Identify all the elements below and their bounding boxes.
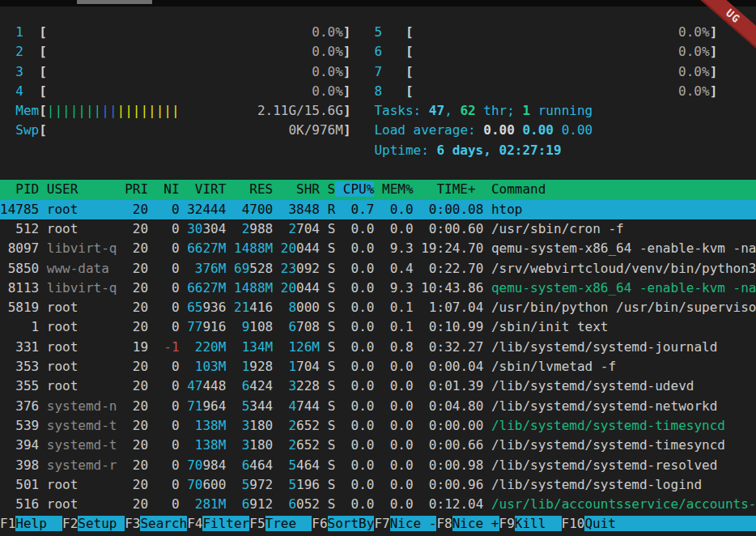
fkey-label-filter[interactable]: Filter [202,516,249,531]
cpu-meter-row: 1 [ 0.0%] 5 [ 0.0%] [0,23,756,42]
fkey-key-sortby[interactable]: F6 [312,516,327,531]
meter-open-bracket: [ [39,24,47,40]
fkey-label-nice[interactable]: Nice - [390,516,437,531]
fkey-label-tree[interactable]: Tree [265,516,312,531]
mem-value: 138M [187,437,226,453]
fkey-key-setup[interactable]: F2 [62,516,78,531]
cell-time: 0:01.39 [421,378,491,393]
cell-user: systemd-n [47,398,125,414]
fkey-label-setup[interactable]: Setup [78,516,125,531]
process-row[interactable]: 398 systemd-r 20 0 70984 6464 5464 S 0.0… [0,456,756,475]
cell-priority: 20 [125,280,156,296]
fkey-key-search[interactable]: F3 [125,516,140,531]
process-row[interactable]: 501 root 20 0 70600 5972 5196 S 0.0 0.0 … [0,475,756,495]
text-segment [320,378,328,393]
fkey-label-help[interactable]: Help [15,516,62,531]
process-row[interactable]: 376 systemd-n 20 0 71964 5344 4744 S 0.0… [0,397,756,416]
text-segment [351,122,375,138]
cell-time: 0:32.27 [421,339,491,355]
cell-command: /lib/systemd/systemd-resolved [491,457,756,473]
cell-priority: 20 [125,378,156,393]
cell-mem-percent: 0.0 [382,398,421,414]
mem-value: 464 [249,457,273,473]
process-row[interactable]: 516 root 20 0 281M 6912 6052 S 0.0 0.0 0… [0,495,756,514]
column-headers-right[interactable]: MEM% TIME+ Command [374,181,702,197]
text-segment [226,300,234,315]
cpu-meter-label: 3 [0,64,39,79]
mem-value-thousands: 5 [234,477,249,492]
process-row[interactable]: 5819 root 20 0 65936 21416 8000 S 0.0 0.… [0,298,756,317]
column-headers[interactable]: PID USER PRI NI VIRT RES SHR S [0,181,335,197]
process-row[interactable]: 353 root 20 0 103M 1928 1704 S 0.0 0.0 0… [0,357,756,376]
cell-state: S [328,261,343,276]
fkey-label-quit[interactable]: Quit [584,516,631,531]
cell-mem-percent: 9.3 [382,280,421,296]
text-segment [273,221,281,236]
mem-value: 424 [249,378,273,393]
cell-priority: 20 [125,398,156,414]
cell-nice: 0 [156,496,188,512]
fkey-label-nice[interactable]: Nice + [452,516,499,531]
text-segment [320,359,328,374]
sort-column-header-cpu[interactable]: CPU% [335,181,374,197]
cpu-meter-value: 0.0% [312,44,343,59]
cell-priority: 20 [125,261,156,276]
mem-bar-used: ||||||| [47,103,101,118]
meter-close-bracket: ] [343,24,351,40]
cell-user: root [47,319,125,334]
cell-mem-percent: 0.0 [382,202,421,217]
cell-pid: 355 [0,378,47,393]
cell-pid: 516 [0,496,47,512]
load-average-label: Load average: [374,122,483,138]
swap-meter-label: Swp [0,122,39,138]
mem-value-thousands: 6 [234,457,249,473]
fkey-key-filter[interactable]: F4 [187,516,202,531]
process-row[interactable]: 512 root 20 0 30304 2988 2704 S 0.0 0.0 … [0,219,756,239]
fkey-key-tree[interactable]: F5 [249,516,265,531]
fkey-key-help[interactable]: F1 [0,516,15,531]
text-segment [273,339,281,355]
process-row[interactable]: 14785 root 20 0 32444 4700 3848 R 0.7 0.… [0,200,756,219]
fkey-key-quit[interactable]: F10 [562,516,585,531]
mem-value-thousands: 5 [281,457,296,473]
process-row[interactable]: 394 systemd-t 20 0 138M 3180 2652 S 0.0 … [0,436,756,455]
process-row[interactable]: 1 root 20 0 77916 9108 6708 S 0.0 0.1 0:… [0,317,756,337]
mem-value: 092 [296,261,320,276]
table-header-row[interactable]: PID USER PRI NI VIRT RES SHR S CPU% MEM%… [0,180,756,199]
fkey-label-kill[interactable]: Kill [515,516,562,531]
text-segment [226,319,234,334]
mem-value: 6627M [187,280,226,296]
process-row[interactable]: 8113 libvirt-q 20 0 6627M 1488M 20044 S … [0,279,756,298]
cell-state: S [328,300,343,315]
cell-user: root [47,202,125,217]
cell-cpu-percent: 0.0 [343,339,382,355]
mem-value: 600 [202,477,226,492]
text-segment [226,261,234,276]
terminal-window: UG 1 [ 0.0%] 5 [ 0.0%] 2 [ 0.0%] 6 [ 0.0… [0,0,756,536]
mem-value-thousands: 3 [234,418,249,433]
fkey-key-kill[interactable]: F9 [499,516,515,531]
fkey-label-search[interactable]: Search [140,516,187,531]
process-row[interactable]: 539 systemd-t 20 0 138M 3180 2652 S 0.0 … [0,416,756,436]
process-row[interactable]: 5850 www-data 20 0 376M 69528 23092 S 0.… [0,259,756,279]
process-row[interactable]: 331 root 19 -1 220M 134M 126M S 0.0 0.8 … [0,338,756,357]
process-row[interactable]: 8097 libvirt-q 20 0 6627M 1488M 20044 S … [0,239,756,258]
cell-state: S [328,221,343,236]
mem-value-thousands: 23 [281,261,296,276]
cell-pid: 14785 [0,202,47,217]
fkey-key-nice[interactable]: F8 [436,516,452,531]
cell-time: 0:00.96 [421,477,491,492]
mem-value-thousands: 65 [187,300,202,315]
fkey-key-nice[interactable]: F7 [374,516,389,531]
fkey-label-sortby[interactable]: SortBy [328,516,375,531]
cell-time: 0:00.00 [421,418,491,433]
cell-time: 0:10.99 [421,319,491,334]
cpu-meter-value: 0.0% [678,83,710,99]
mem-value: 652 [296,437,320,453]
function-key-bar[interactable]: F1Help F2Setup F3SearchF4FilterF5Tree F6… [0,514,756,534]
cell-user: libvirt-q [47,240,125,256]
mem-value: 220M [187,339,226,355]
process-row[interactable]: 355 root 20 0 47448 6424 3228 S 0.0 0.0 … [0,376,756,396]
cell-time: 10:43.86 [421,280,491,296]
cell-time: 0:22.70 [421,261,491,276]
